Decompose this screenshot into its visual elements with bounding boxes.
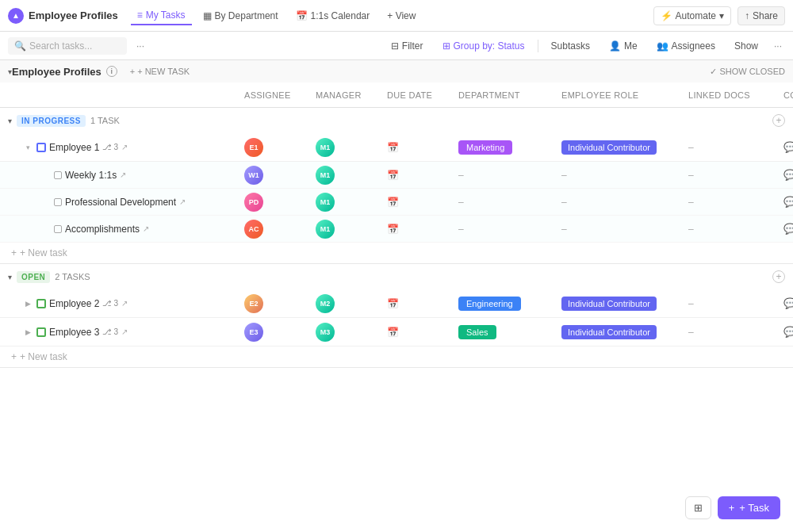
- toolbar-more-icon[interactable]: ···: [771, 37, 785, 55]
- group-by-btn[interactable]: ⊞ Group by: Status: [436, 38, 531, 54]
- tab-by-department[interactable]: ▦ By Department: [197, 7, 285, 25]
- col-employee-role: EMPLOYEE ROLE: [555, 90, 682, 100]
- checkbox-emp2[interactable]: [36, 299, 46, 308]
- assignee-emp2: E2: [238, 294, 309, 313]
- dept-emp1: Marketing: [452, 140, 555, 155]
- comment-icon-emp2[interactable]: 💬: [783, 297, 793, 309]
- task-name-emp2: Employee 2: [49, 298, 99, 309]
- toolbar: 🔍 Search tasks... ··· ⊟ Filter ⊞ Group b…: [0, 32, 793, 60]
- role-profdev: –: [555, 197, 682, 208]
- calendar-emp2[interactable]: 📅: [387, 298, 399, 309]
- assignees-btn[interactable]: 👥 Assignees: [650, 38, 722, 54]
- task-row-emp1: ▾ Employee 1 ⎇ 3 ↗ E1 M1 📅 Marketing: [0, 133, 793, 162]
- section-count-in-progress: 1 TASK: [90, 116, 120, 125]
- expand-emp2[interactable]: ▶: [22, 298, 33, 309]
- subtask-name-profdev: Professional Development: [65, 197, 176, 208]
- checkbox-acc[interactable]: [54, 225, 62, 233]
- checkbox-emp1[interactable]: [36, 143, 46, 152]
- link-icon-emp3[interactable]: ↗: [121, 327, 128, 336]
- my-tasks-icon: ≡: [137, 10, 143, 21]
- subtask-name-cell-profdev: Professional Development ↗: [0, 197, 238, 208]
- calendar-acc[interactable]: 📅: [387, 224, 399, 235]
- add-circle-icon-open[interactable]: +: [772, 270, 785, 283]
- comments-emp2: 💬: [777, 297, 793, 309]
- section-header-open: ▾ OPEN 2 TASKS +: [0, 264, 793, 289]
- new-task-header-btn[interactable]: + + NEW TASK: [125, 65, 194, 78]
- expand-emp3[interactable]: ▶: [22, 327, 33, 338]
- avatar-acc: AC: [244, 220, 263, 239]
- search-box[interactable]: 🔍 Search tasks...: [8, 37, 127, 55]
- col-linked-docs: LINKED DOCS: [682, 90, 777, 100]
- task-name-cell-emp2: ▶ Employee 2 ⎇ 3 ↗: [0, 298, 238, 309]
- avatar-mgr-acc: M1: [316, 220, 335, 239]
- more-options-icon[interactable]: ···: [133, 37, 147, 55]
- toolbar-right: ⊟ Filter ⊞ Group by: Status Subtasks 👤 M…: [385, 37, 785, 55]
- linked-docs-emp3: –: [682, 327, 777, 338]
- link-icon-emp1[interactable]: ↗: [121, 143, 128, 151]
- link-icon-weekly[interactable]: ↗: [120, 170, 126, 179]
- comment-icon-profdev[interactable]: 💬: [783, 196, 793, 208]
- assignee-weekly: W1: [238, 166, 309, 185]
- comment-icon-weekly[interactable]: 💬: [783, 169, 793, 181]
- task-name-cell-emp3: ▶ Employee 3 ⎇ 3 ↗: [0, 327, 238, 338]
- expand-emp1[interactable]: ▾: [22, 142, 33, 153]
- comment-icon-acc[interactable]: 💬: [783, 223, 793, 235]
- section-add-in-progress[interactable]: +: [772, 114, 785, 127]
- col-department: DEPARTMENT: [452, 90, 555, 100]
- link-icon-emp2[interactable]: ↗: [121, 299, 128, 308]
- add-task-plus-icon: +: [11, 247, 17, 258]
- add-task-row-open[interactable]: + + New task: [0, 346, 793, 367]
- calendar-emp1[interactable]: 📅: [387, 142, 399, 153]
- manager-emp2: M2: [309, 294, 381, 313]
- task-name-emp3: Employee 3: [49, 327, 99, 338]
- add-task-row-inprogress[interactable]: + + New task: [0, 243, 793, 263]
- col-manager: MANAGER: [309, 90, 381, 100]
- avatar-mgr-weekly: M1: [316, 166, 335, 185]
- comment-icon-emp3[interactable]: 💬: [783, 326, 793, 338]
- due-date-emp1: 📅: [381, 142, 452, 153]
- filter-icon: ⊟: [391, 40, 399, 52]
- subtasks-btn[interactable]: Subtasks: [545, 38, 596, 54]
- dept-acc: –: [452, 224, 555, 235]
- me-btn[interactable]: 👤 Me: [603, 38, 644, 54]
- share-btn[interactable]: ↑ Share: [737, 6, 785, 25]
- dept-profdev: –: [452, 197, 555, 208]
- checkbox-emp3[interactable]: [36, 327, 46, 337]
- link-icon-acc[interactable]: ↗: [143, 224, 149, 233]
- info-icon[interactable]: i: [106, 66, 117, 77]
- avatar-mgr-emp2: M2: [316, 294, 335, 313]
- add-task-plus-icon2: +: [11, 351, 17, 362]
- filter-btn[interactable]: ⊟ Filter: [385, 38, 430, 54]
- show-btn[interactable]: Show: [728, 38, 764, 54]
- show-closed-btn[interactable]: ✓ SHOW CLOSED: [710, 67, 785, 77]
- dept-emp3: Sales: [452, 325, 555, 339]
- app-title: Employee Profiles: [29, 10, 118, 21]
- checkbox-profdev[interactable]: [54, 198, 62, 206]
- checkbox-weekly[interactable]: [54, 171, 62, 179]
- linked-docs-value-emp1: –: [688, 142, 694, 153]
- section-open: ▾ OPEN 2 TASKS + ▶ Employee 2 ⎇ 3 ↗ E2: [0, 264, 793, 368]
- manager-emp1: M1: [309, 138, 381, 157]
- role-acc: –: [555, 224, 682, 235]
- nav-right: ⚡ Automate ▾ ↑ Share: [653, 6, 785, 25]
- table-header: ASSIGNEE MANAGER DUE DATE DEPARTMENT EMP…: [0, 82, 793, 108]
- section-collapse-open[interactable]: ▾: [8, 273, 12, 281]
- separator-1: [538, 40, 538, 52]
- tab-calendar[interactable]: 📅 1:1s Calendar: [289, 7, 377, 25]
- role-weekly: –: [555, 170, 682, 181]
- automate-btn[interactable]: ⚡ Automate ▾: [653, 6, 731, 25]
- calendar-profdev[interactable]: 📅: [387, 197, 399, 208]
- tab-my-tasks[interactable]: ≡ My Tasks: [131, 6, 192, 25]
- linked-docs-emp1: –: [682, 142, 777, 153]
- dept-badge-emp2: Engineering: [458, 297, 521, 311]
- due-date-weekly: 📅: [381, 170, 452, 181]
- link-icon-profdev[interactable]: ↗: [179, 197, 186, 206]
- comment-icon-emp1[interactable]: 💬: [783, 141, 793, 153]
- section-add-open[interactable]: +: [772, 270, 785, 283]
- linked-docs-emp2: –: [682, 298, 777, 309]
- calendar-emp3[interactable]: 📅: [387, 327, 399, 338]
- calendar-weekly[interactable]: 📅: [387, 170, 399, 181]
- add-circle-icon[interactable]: +: [772, 114, 785, 127]
- section-collapse-in-progress[interactable]: ▾: [8, 117, 12, 125]
- add-view-btn[interactable]: + View: [381, 7, 422, 25]
